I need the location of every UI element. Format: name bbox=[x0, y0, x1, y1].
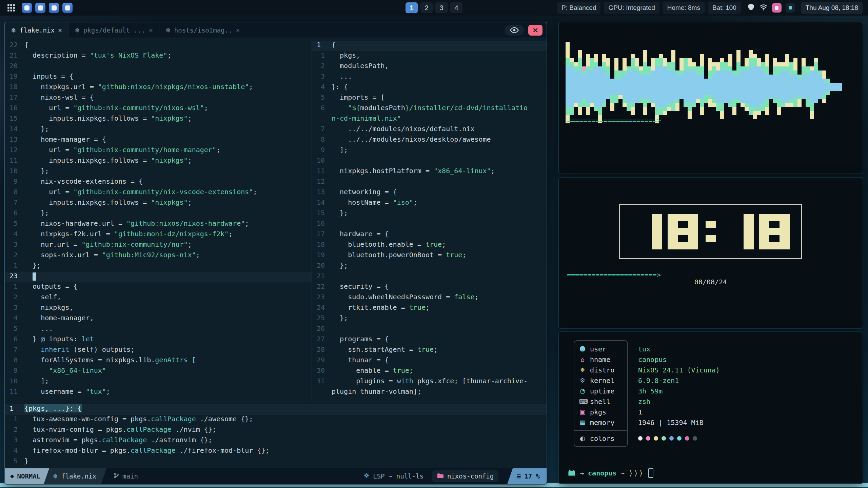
shield-icon[interactable] bbox=[747, 3, 755, 13]
code-line[interactable]: 11 inputs.nixpkgs.follows = "nixpkgs"; bbox=[5, 156, 312, 167]
notification-icon[interactable] bbox=[772, 3, 782, 13]
tab-close-icon[interactable]: × bbox=[149, 26, 153, 34]
code-line[interactable]: 17 hardware = { bbox=[312, 230, 547, 240]
code-line[interactable]: 23 bbox=[5, 272, 312, 282]
code-line[interactable]: 22{ bbox=[5, 41, 312, 51]
tab-pkgs-default-...[interactable]: ❄pkgs/default ...× bbox=[68, 22, 159, 38]
code-line[interactable]: 15 inputs.nixpkgs.follows = "nixpkgs"; bbox=[5, 114, 312, 125]
code-line[interactable]: 2 self, bbox=[5, 293, 312, 303]
code-line[interactable]: 6 } @ inputs: let bbox=[5, 335, 312, 345]
client-icon-2[interactable] bbox=[35, 3, 45, 13]
code-line[interactable]: 12 bbox=[312, 177, 547, 188]
code-line[interactable]: 10 }; bbox=[5, 167, 312, 177]
code-line[interactable]: 8 forAllSystems = nixpkgs.lib.genAttrs [ bbox=[5, 356, 312, 366]
code-line[interactable]: 14 }; bbox=[5, 125, 312, 135]
code-line[interactable]: 1 tux-awesome-wm-config = pkgs.callPacka… bbox=[5, 415, 547, 425]
code-line[interactable]: 20 bbox=[5, 62, 312, 72]
code-line[interactable]: 22 security = { bbox=[312, 282, 547, 293]
code-line[interactable]: 23 sudo.wheelNeedsPassword = false; bbox=[312, 293, 547, 303]
app-launcher-icon[interactable] bbox=[5, 2, 17, 14]
tag-3[interactable]: 3 bbox=[435, 2, 448, 13]
code-line[interactable]: 13 networking = { bbox=[312, 188, 547, 198]
code-line[interactable]: 18 bluetooth.enable = true; bbox=[312, 240, 547, 251]
code-line[interactable]: 7 inputs.nixpkgs.follows = "nixpkgs"; bbox=[5, 198, 312, 209]
code-line[interactable]: 2 sops-nix.url = "github:Mic92/sops-nix"… bbox=[5, 251, 312, 261]
tab-close-icon[interactable]: × bbox=[58, 26, 62, 34]
code-line[interactable]: 15 }; bbox=[312, 209, 547, 219]
code-line[interactable]: 1 pkgs, bbox=[312, 51, 547, 62]
code-line[interactable]: 17 nixos-wsl = { bbox=[5, 93, 312, 104]
code-line[interactable]: 1 }; bbox=[5, 261, 312, 272]
code-line[interactable]: 10 bbox=[312, 156, 547, 167]
code-line[interactable]: 4}: { bbox=[312, 83, 547, 93]
wifi-icon[interactable] bbox=[759, 3, 768, 13]
code-line[interactable]: 5 nixos-hardware.url = "github:nixos/nix… bbox=[5, 219, 312, 230]
code-line[interactable]: 26 bbox=[312, 324, 547, 335]
code-line[interactable]: 5 ... bbox=[5, 324, 312, 335]
tab-hosts-isoImag..[interactable]: ❄hosts/isoImag..× bbox=[159, 22, 246, 38]
editor-pane-iso[interactable]: 1{1 pkgs,2 modulesPath,3 ...4}: {5 impor… bbox=[312, 38, 547, 402]
code-line[interactable]: 24 rtkit.enable = true; bbox=[312, 303, 547, 314]
code-line[interactable]: 4 home-manager, bbox=[5, 314, 312, 324]
tag-1[interactable]: 1 bbox=[406, 2, 418, 13]
code-line[interactable]: 7 inherit (self) outputs; bbox=[5, 345, 312, 356]
code-line[interactable]: 9 "x86_64-linux" bbox=[5, 366, 312, 377]
code-line[interactable]: 10 ]; bbox=[5, 377, 312, 387]
code-line[interactable]: 8 url = "github:nix-community/nix-vscode… bbox=[5, 188, 312, 198]
code-line[interactable]: 27 programs = { bbox=[312, 335, 547, 345]
code-line[interactable]: 14 hostName = "iso"; bbox=[312, 198, 547, 209]
code-line[interactable]: 8 ../../modules/nixos/desktop/awesome bbox=[312, 135, 547, 146]
client-icon-4[interactable] bbox=[62, 3, 73, 13]
code-line[interactable]: n-cd-minimal.nix" bbox=[312, 114, 547, 125]
code-line[interactable]: 3 nur.url = "github:nix-community/nur"; bbox=[5, 240, 312, 251]
code-line[interactable]: 21 description = "tux's NixOS Flake"; bbox=[5, 51, 312, 62]
eye-toggle-button[interactable] bbox=[505, 25, 524, 36]
shell-prompt[interactable]: → canopus ~ ⟩⟩⟩ bbox=[568, 468, 653, 478]
code-line[interactable]: 13 home-manager = { bbox=[5, 135, 312, 146]
code-line[interactable]: 19 inputs = { bbox=[5, 72, 312, 83]
code-line[interactable]: 21 bbox=[312, 272, 547, 282]
code-line[interactable]: 5 imports = [ bbox=[312, 93, 547, 104]
tag-2[interactable]: 2 bbox=[420, 2, 433, 13]
code-line[interactable]: 6 }; bbox=[5, 209, 312, 219]
code-line[interactable]: 31 plugins = with pkgs.xfce; [thunar-arc… bbox=[312, 377, 547, 387]
editor-pane-flake[interactable]: 22{21 description = "tux's NixOS Flake";… bbox=[5, 38, 312, 402]
window-close-button[interactable]: × bbox=[528, 25, 542, 36]
tag-4[interactable]: 4 bbox=[450, 2, 462, 13]
tab-close-icon[interactable]: × bbox=[236, 26, 240, 34]
code-line[interactable]: 25 }; bbox=[312, 314, 547, 324]
code-line[interactable]: 29 thunar = { bbox=[312, 356, 547, 366]
code-line[interactable]: 1 outputs = { bbox=[5, 282, 312, 293]
client-icon-3[interactable] bbox=[49, 3, 59, 13]
code-line[interactable]: 9 ]; bbox=[312, 146, 547, 156]
tray-toggle-icon[interactable] bbox=[786, 3, 795, 13]
code-text: } @ inputs: let bbox=[24, 335, 94, 345]
code-line[interactable]: 30 enable = true; bbox=[312, 366, 547, 377]
code-line[interactable]: 6 "${modulesPath}/installer/cd-dvd/insta… bbox=[312, 104, 547, 114]
code-line[interactable]: 19 bluetooth.powerOnBoot = true; bbox=[312, 251, 547, 261]
code-line[interactable]: 3 ... bbox=[312, 72, 547, 83]
editor-pane-pkgs[interactable]: 1{pkgs, ...}: {1 tux-awesome-wm-config =… bbox=[5, 402, 547, 468]
code-line[interactable]: 5} bbox=[5, 457, 547, 467]
code-line[interactable]: 1{pkgs, ...}: { bbox=[5, 404, 547, 415]
code-line[interactable]: 28 ssh.startAgent = true; bbox=[312, 345, 547, 356]
code-line[interactable]: 20 }; bbox=[312, 261, 547, 272]
tab-flake.nix[interactable]: ❄flake.nix× bbox=[5, 22, 68, 38]
code-line[interactable]: 4 nixpkgs-f2k.url = "github:moni-dz/nixp… bbox=[5, 230, 312, 240]
code-line[interactable]: 11 nixpkgs.hostPlatform = "x86_64-linux"… bbox=[312, 167, 547, 177]
code-line[interactable]: 16 url = "github:nix-community/nixos-wsl… bbox=[5, 104, 312, 114]
code-line[interactable]: 2 tux-nvim-config = pkgs.callPackage ./n… bbox=[5, 425, 547, 436]
code-line[interactable]: 9 nix-vscode-extensions = { bbox=[5, 177, 312, 188]
code-line[interactable]: 3 astronvim = pkgs.callPackage ./astronv… bbox=[5, 436, 547, 446]
code-line[interactable]: 18 nixpkgs.url = "github:nixos/nixpkgs/n… bbox=[5, 83, 312, 93]
code-line[interactable]: 3 nixpkgs, bbox=[5, 303, 312, 314]
code-line[interactable]: 7 ../../modules/nixos/default.nix bbox=[312, 125, 547, 135]
client-icon-1[interactable] bbox=[22, 3, 32, 13]
code-line[interactable]: 1{ bbox=[312, 41, 547, 51]
code-line[interactable]: 2 modulesPath, bbox=[312, 62, 547, 72]
code-line[interactable]: 4 firefox-mod-blur = pkgs.callPackage ./… bbox=[5, 446, 547, 457]
code-line[interactable]: 16 bbox=[312, 219, 547, 230]
code-line[interactable]: plugin thunar-volman]; bbox=[312, 387, 547, 398]
code-line[interactable]: 12 url = "github:nix-community/home-mana… bbox=[5, 146, 312, 156]
code-line[interactable]: 11 username = "tux"; bbox=[5, 387, 312, 398]
